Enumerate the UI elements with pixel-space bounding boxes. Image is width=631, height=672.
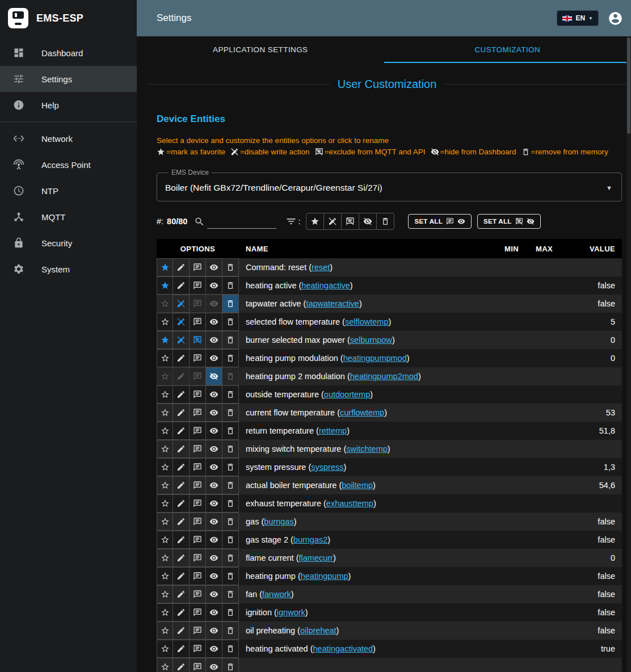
write-disable-toggle[interactable] — [173, 404, 190, 422]
entity-name[interactable]: flame current (flamecurr) — [239, 549, 485, 567]
favorite-toggle[interactable] — [157, 549, 173, 567]
entity-name[interactable]: heating pump (heatingpump) — [239, 567, 485, 585]
entity-name[interactable]: ignition (ignwork) — [239, 603, 485, 621]
entity-tag-link[interactable]: burngas2 — [293, 535, 327, 544]
sidebar-item-dashboard[interactable]: Dashboard — [0, 40, 137, 66]
write-disable-toggle[interactable] — [173, 585, 190, 603]
favorite-toggle[interactable] — [157, 476, 173, 494]
mqtt-exclude-toggle[interactable] — [189, 276, 206, 295]
sidebar-item-system[interactable]: System — [0, 256, 137, 282]
mqtt-exclude-toggle[interactable] — [189, 404, 206, 422]
hide-toggle[interactable] — [205, 276, 222, 295]
write-disable-toggle[interactable] — [173, 385, 190, 404]
write-disable-toggle[interactable] — [173, 276, 190, 295]
hide-toggle[interactable] — [205, 640, 222, 658]
remove-toggle[interactable] — [222, 567, 239, 585]
entity-name[interactable]: actual boiler temperature (boiltemp) — [239, 476, 485, 494]
write-disable-toggle[interactable] — [173, 349, 190, 367]
mqtt-exclude-toggle[interactable] — [189, 440, 206, 458]
favorite-toggle[interactable] — [157, 531, 173, 549]
remove-toggle[interactable] — [222, 531, 239, 549]
favorite-toggle[interactable] — [157, 513, 173, 531]
favorite-toggle[interactable] — [157, 640, 173, 658]
write-disable-toggle[interactable] — [173, 494, 190, 513]
mqtt-exclude-toggle[interactable] — [189, 422, 206, 440]
entity-tag-link[interactable]: ignwork — [277, 608, 305, 617]
favorite-toggle[interactable] — [157, 331, 173, 349]
remove-toggle[interactable] — [222, 349, 239, 367]
entity-tag-link[interactable]: tapwateractive — [306, 299, 359, 308]
write-disable-toggle[interactable] — [173, 513, 190, 531]
entity-tag-link[interactable]: heatingpump — [301, 572, 348, 581]
mqtt-exclude-toggle[interactable] — [189, 567, 206, 585]
mqtt-exclude-toggle[interactable] — [189, 603, 206, 621]
entity-tag-link[interactable]: heatingpump2mod — [350, 372, 418, 381]
write-disable-toggle[interactable] — [173, 603, 190, 621]
hide-toggle[interactable] — [205, 349, 222, 367]
mqtt-exclude-toggle[interactable] — [189, 349, 206, 367]
mqtt-exclude-toggle[interactable] — [189, 494, 206, 513]
sidebar-item-settings[interactable]: Settings — [0, 66, 137, 92]
remove-toggle[interactable] — [222, 549, 239, 567]
entity-tag-link[interactable]: curflowtemp — [340, 408, 384, 417]
remove-toggle[interactable] — [222, 295, 239, 313]
favorite-toggle[interactable] — [157, 422, 173, 440]
favorite-toggle[interactable] — [157, 621, 173, 640]
mqtt-exclude-toggle[interactable] — [189, 313, 206, 331]
hide-toggle[interactable] — [205, 513, 222, 531]
write-disable-toggle[interactable] — [173, 367, 190, 385]
mqtt-exclude-toggle[interactable] — [189, 476, 206, 494]
set-all-button-2[interactable]: SET ALL — [477, 214, 541, 229]
mqtt-exclude-toggle[interactable] — [189, 458, 206, 476]
write-disable-toggle[interactable] — [173, 258, 190, 276]
favorite-toggle[interactable] — [157, 567, 173, 585]
favorite-toggle[interactable] — [157, 295, 173, 313]
entity-name[interactable]: heating pump modulation (heatingpumpmod) — [239, 349, 485, 367]
mqtt-exclude-toggle[interactable] — [189, 258, 206, 276]
mqtt-exclude-toggle[interactable] — [189, 640, 206, 658]
entity-name[interactable]: Command: reset (reset) — [239, 258, 485, 276]
hide-toggle[interactable] — [205, 385, 222, 404]
hide-toggle[interactable] — [205, 658, 222, 672]
entity-tag-link[interactable]: flamecurr — [298, 553, 333, 562]
favorite-toggle[interactable] — [157, 494, 173, 513]
write-disable-toggle[interactable] — [173, 422, 190, 440]
remove-toggle[interactable] — [222, 385, 239, 404]
hide-toggle[interactable] — [205, 476, 222, 494]
hide-toggle[interactable] — [205, 440, 222, 458]
mqtt-exclude-toggle[interactable] — [189, 385, 206, 404]
favorite-toggle[interactable] — [157, 458, 173, 476]
remove-toggle[interactable] — [222, 258, 239, 276]
entity-tag-link[interactable]: rettemp — [319, 426, 347, 435]
filter-star-button[interactable] — [306, 213, 324, 230]
filter-edit-off-button[interactable] — [323, 213, 342, 230]
remove-toggle[interactable] — [222, 404, 239, 422]
entity-name[interactable]: oil preheating (oilpreheat) — [239, 621, 485, 640]
favorite-toggle[interactable] — [157, 404, 173, 422]
remove-toggle[interactable] — [222, 440, 239, 458]
remove-toggle[interactable] — [222, 658, 239, 672]
entity-name[interactable]: gas (burngas) — [239, 513, 485, 531]
entity-tag-link[interactable]: selflowtemp — [345, 317, 389, 326]
entity-tag-link[interactable]: heatingactive — [301, 281, 350, 290]
entity-tag-link[interactable]: switchtemp — [346, 444, 388, 453]
entity-tag-link[interactable]: syspress — [311, 463, 343, 472]
hide-toggle[interactable] — [205, 531, 222, 549]
entity-tag-link[interactable]: fanwork — [262, 590, 291, 599]
favorite-toggle[interactable] — [157, 313, 173, 331]
entity-tag-link[interactable]: boiltemp — [342, 481, 373, 490]
remove-toggle[interactable] — [222, 494, 239, 513]
remove-toggle[interactable] — [222, 476, 239, 494]
mqtt-exclude-toggle[interactable] — [189, 531, 206, 549]
write-disable-toggle[interactable] — [173, 476, 190, 494]
hide-toggle[interactable] — [205, 404, 222, 422]
favorite-toggle[interactable] — [157, 258, 173, 276]
hide-toggle[interactable] — [205, 621, 222, 640]
entity-name[interactable]: selected flow temperature (selflowtemp) — [239, 313, 485, 331]
hide-toggle[interactable] — [205, 422, 222, 440]
favorite-toggle[interactable] — [157, 440, 173, 458]
favorite-toggle[interactable] — [157, 367, 173, 385]
mqtt-exclude-toggle[interactable] — [189, 513, 206, 531]
entity-name[interactable]: gas stage 2 (burngas2) — [239, 531, 485, 549]
entity-name[interactable]: fan (fanwork) — [239, 585, 485, 603]
